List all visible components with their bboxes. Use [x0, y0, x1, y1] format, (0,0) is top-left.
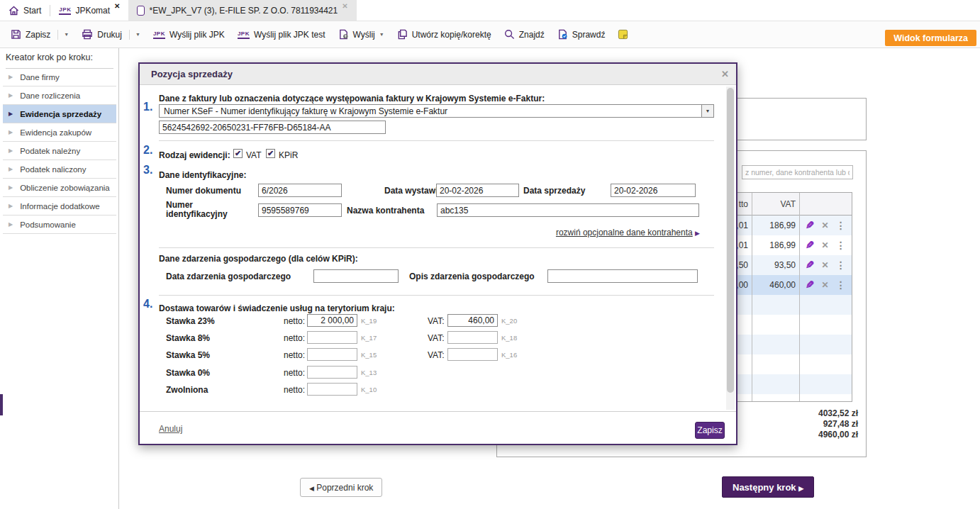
- save-dropdown-icon[interactable]: ▼: [64, 32, 69, 37]
- sale-date-label: Data sprzedaży: [523, 186, 585, 196]
- sidebar-item-label: Informacje dodatkowe: [20, 202, 100, 211]
- tax-id-label: Numer identyfikacyjny: [166, 201, 244, 219]
- print-button[interactable]: Drukuj ▼: [75, 26, 147, 43]
- tab-jpkomat[interactable]: JPK JPKomat ✕: [50, 0, 128, 21]
- dialog-save-button[interactable]: Zapisz: [695, 422, 725, 439]
- edit-pencil-icon[interactable]: ✎: [806, 239, 815, 252]
- jpk-icon: JPK: [59, 6, 71, 15]
- side-panel-handle[interactable]: [0, 394, 3, 415]
- netto-label: netto:: [246, 385, 305, 395]
- k17-code: K_17: [361, 334, 377, 342]
- rate-5-vat-input[interactable]: [447, 348, 498, 361]
- copy-correction-button[interactable]: Utwórz kopię/korektę: [391, 26, 498, 43]
- print-dropdown-icon[interactable]: ▼: [135, 32, 140, 37]
- document-number-input[interactable]: [258, 184, 342, 197]
- dialog-close-icon[interactable]: ✕: [721, 69, 729, 79]
- sidebar-title: Kreator krok po kroku:: [6, 52, 113, 69]
- ksef-number-input[interactable]: [159, 121, 386, 134]
- edit-pencil-icon[interactable]: ✎: [806, 279, 815, 291]
- k20-code: K_20: [501, 317, 517, 325]
- check-button[interactable]: Sprawdź: [551, 26, 612, 43]
- tab-jpkomat-close-icon[interactable]: ✕: [114, 2, 120, 10]
- delete-x-icon[interactable]: ✕: [822, 240, 829, 250]
- edit-pencil-icon[interactable]: ✎: [806, 219, 815, 232]
- edit-pencil-icon[interactable]: ✎: [806, 259, 815, 272]
- sidebar-item-dane-rozliczenia[interactable]: ▶ Dane rozliczenia: [3, 86, 116, 105]
- rate-8-netto-input[interactable]: [307, 331, 357, 344]
- ksef-type-dropdown[interactable]: Numer KSeF - Numer identyfikujący faktur…: [159, 104, 714, 118]
- rate-8-vat-input[interactable]: [447, 331, 498, 344]
- exempt-netto-input[interactable]: [307, 383, 357, 396]
- form-view-button[interactable]: Widok formularza: [885, 30, 976, 46]
- sidebar-item-ewidencja-zakupow[interactable]: ▶ Ewidencja zakupów: [3, 123, 116, 142]
- scrollbar-thumb[interactable]: [727, 88, 734, 393]
- rate-23-vat-input[interactable]: [447, 314, 498, 327]
- triangle-right-icon: ▶: [9, 129, 13, 135]
- rate-0-netto-input[interactable]: [307, 366, 357, 379]
- sidebar-item-podsumowanie[interactable]: ▶ Podsumowanie: [3, 216, 116, 234]
- delete-x-icon[interactable]: ✕: [822, 260, 829, 270]
- triangle-right-icon: ▶: [9, 74, 13, 80]
- event-description-label: Opis zdarzenia gospodarczego: [409, 272, 535, 281]
- sidebar-item-podatek-naliczony[interactable]: ▶ Podatek naliczony: [3, 160, 116, 179]
- delete-x-icon[interactable]: ✕: [822, 220, 829, 230]
- expand-optional-contractor-link[interactable]: rozwiń opcjonalne dane kontrahenta: [556, 228, 693, 237]
- send-jpk-label: Wyślij plik JPK: [169, 30, 225, 40]
- dialog-scrollbar[interactable]: [726, 86, 735, 410]
- send-jpk-test-button[interactable]: JPK Wyślij plik JPK test: [231, 27, 332, 43]
- next-step-button[interactable]: Następny krok ▶: [722, 476, 814, 498]
- delete-x-icon[interactable]: ✕: [822, 280, 829, 290]
- sale-date-input[interactable]: [611, 184, 696, 197]
- check-label: Sprawdź: [572, 30, 606, 40]
- copy-icon: [397, 29, 408, 40]
- section-number-2: 2.: [143, 144, 152, 157]
- more-options-icon[interactable]: ⋮: [836, 240, 846, 251]
- netto-label: netto:: [246, 333, 305, 343]
- sidebar-item-obliczenie-zobowiazania[interactable]: ▶ Obliczenie zobowiązania: [3, 179, 116, 197]
- send-button[interactable]: Wyślij ▼: [332, 26, 391, 43]
- copy-correction-label: Utwórz kopię/korektę: [412, 30, 491, 40]
- event-description-input[interactable]: [547, 269, 698, 283]
- list-search-input[interactable]: [742, 165, 853, 179]
- cell-vat: 186,99: [752, 216, 799, 235]
- previous-step-button[interactable]: ◀ Poprzedni krok: [300, 478, 382, 497]
- more-options-icon[interactable]: ⋮: [836, 259, 846, 271]
- rate-23-netto-input[interactable]: [307, 314, 357, 327]
- save-icon: [11, 29, 21, 40]
- save-button[interactable]: Zapisz ▼: [4, 26, 75, 43]
- jpk-icon: JPK: [153, 30, 165, 39]
- ksef-section-label: Dane z faktury lub oznaczenia dotyczące …: [159, 94, 545, 104]
- sidebar-item-label: Ewidencja zakupów: [20, 128, 91, 137]
- send-dropdown-icon[interactable]: ▼: [379, 32, 384, 37]
- divider: [159, 295, 714, 296]
- send-jpk-button[interactable]: JPK Wyślij plik JPK: [147, 27, 231, 43]
- send-icon: [338, 29, 349, 40]
- sidebar-item-dane-firmy[interactable]: ▶ Dane firmy: [3, 68, 116, 86]
- triangle-right-icon: ▶: [9, 184, 13, 191]
- issue-date-input[interactable]: [436, 184, 519, 197]
- vat-label: VAT:: [428, 350, 445, 360]
- rate-5-netto-input[interactable]: [307, 348, 357, 361]
- event-date-input[interactable]: [313, 269, 399, 283]
- app-window: Start JPK JPKomat ✕ *EW_JPK_V7 (3), E-FI…: [0, 0, 980, 509]
- note-button[interactable]: [611, 26, 635, 43]
- more-options-icon[interactable]: ⋮: [836, 279, 846, 291]
- kpir-checkbox[interactable]: ✔: [266, 149, 275, 158]
- sidebar-item-podatek-nalezny[interactable]: ▶ Podatek należny: [3, 142, 116, 160]
- tab-start[interactable]: Start: [0, 0, 50, 21]
- tab-document[interactable]: *EW_JPK_V7 (3), E-FILE SP. Z O.O. 781193…: [128, 0, 356, 21]
- ksef-type-dropdown-value: Numer KSeF - Numer identyfikujący faktur…: [164, 106, 447, 116]
- tab-start-label: Start: [23, 6, 41, 16]
- document-icon: [137, 6, 145, 16]
- sidebar-item-ewidencja-sprzedazy[interactable]: ▶ Ewidencja sprzedaży: [3, 105, 116, 123]
- vat-checkbox[interactable]: ✔: [233, 149, 243, 158]
- contractor-name-input[interactable]: [437, 203, 699, 217]
- tab-document-close-icon[interactable]: ✕: [342, 2, 347, 10]
- cancel-link[interactable]: Anuluj: [159, 424, 182, 434]
- dropdown-arrow-icon[interactable]: ▼: [701, 105, 713, 117]
- sidebar-item-informacje-dodatkowe[interactable]: ▶ Informacje dodatkowe: [3, 197, 116, 216]
- triangle-right-icon: ▶: [9, 92, 13, 99]
- more-options-icon[interactable]: ⋮: [836, 220, 846, 231]
- tax-id-input[interactable]: [258, 203, 342, 217]
- find-button[interactable]: Znajdź: [498, 26, 551, 43]
